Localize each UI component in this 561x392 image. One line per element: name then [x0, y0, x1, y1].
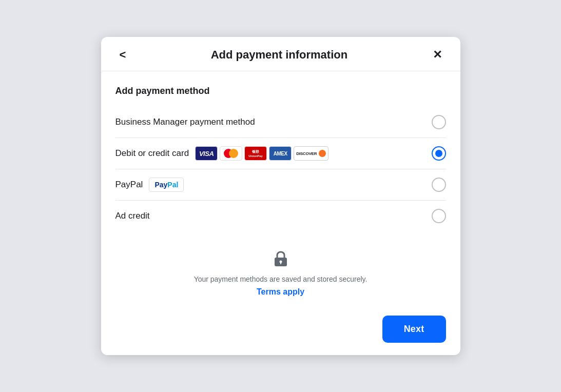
payment-option-left-ad-credit: Ad credit [115, 211, 150, 221]
section-title: Add payment method [115, 86, 446, 96]
security-section: Your payment methods are saved and store… [115, 250, 446, 297]
business-manager-label: Business Manager payment method [115, 117, 255, 127]
payment-option-left-debit: Debit or credit card VISA 银联 UnionP [115, 146, 329, 161]
close-button[interactable]: ✕ [429, 47, 446, 63]
payment-option-business-manager[interactable]: Business Manager payment method [115, 107, 446, 138]
lock-icon [273, 250, 288, 271]
payment-option-left: Business Manager payment method [115, 117, 255, 127]
unionpay-icon: 银联 UnionPay [244, 146, 267, 161]
security-text: Your payment methods are saved and store… [194, 275, 367, 283]
debit-credit-radio[interactable] [432, 146, 446, 161]
payment-option-debit-credit[interactable]: Debit or credit card VISA 银联 UnionP [115, 138, 446, 169]
paypal-logo-text: PayPal [154, 181, 178, 189]
paypal-radio[interactable] [432, 178, 446, 192]
back-button[interactable]: < [115, 47, 130, 63]
add-payment-modal: < Add payment information ✕ Add payment … [101, 37, 460, 355]
modal-title: Add payment information [130, 48, 428, 62]
mastercard-icon [220, 146, 242, 161]
visa-icon: VISA [195, 146, 218, 161]
modal-footer: Next [101, 307, 460, 355]
svg-rect-2 [280, 262, 281, 264]
discover-icon: DISCOVER [294, 146, 328, 161]
amex-icon: AMEX [269, 146, 292, 161]
ad-credit-label: Ad credit [115, 211, 150, 221]
ad-credit-radio[interactable] [432, 209, 446, 223]
modal-header: < Add payment information ✕ [101, 37, 460, 71]
payment-option-paypal[interactable]: PayPal PayPal [115, 169, 446, 201]
terms-apply-link[interactable]: Terms apply [257, 287, 304, 297]
debit-credit-label: Debit or credit card [115, 148, 189, 159]
card-icons: VISA 银联 UnionPay AMEX [195, 146, 328, 161]
paypal-label: PayPal [115, 180, 143, 190]
payment-option-left-paypal: PayPal PayPal [115, 178, 184, 192]
payment-option-ad-credit[interactable]: Ad credit [115, 201, 446, 231]
business-manager-radio[interactable] [432, 115, 446, 129]
next-button[interactable]: Next [382, 316, 446, 343]
modal-body: Add payment method Business Manager paym… [101, 71, 460, 307]
paypal-logo-box: PayPal [149, 178, 184, 192]
